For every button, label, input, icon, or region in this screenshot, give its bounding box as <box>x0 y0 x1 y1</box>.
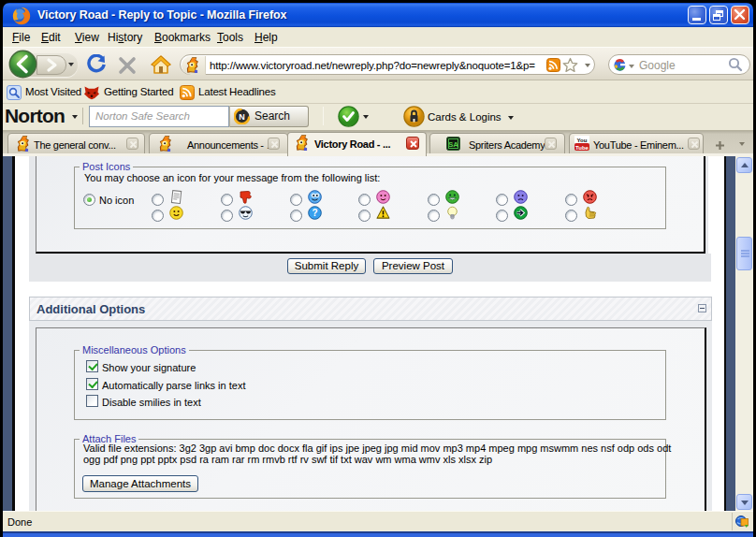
svg-text:N: N <box>239 112 245 122</box>
svg-text:SA: SA <box>448 140 458 149</box>
svg-text:You: You <box>577 138 588 143</box>
svg-text:?: ? <box>312 208 317 218</box>
svg-text:Tube: Tube <box>575 145 589 151</box>
